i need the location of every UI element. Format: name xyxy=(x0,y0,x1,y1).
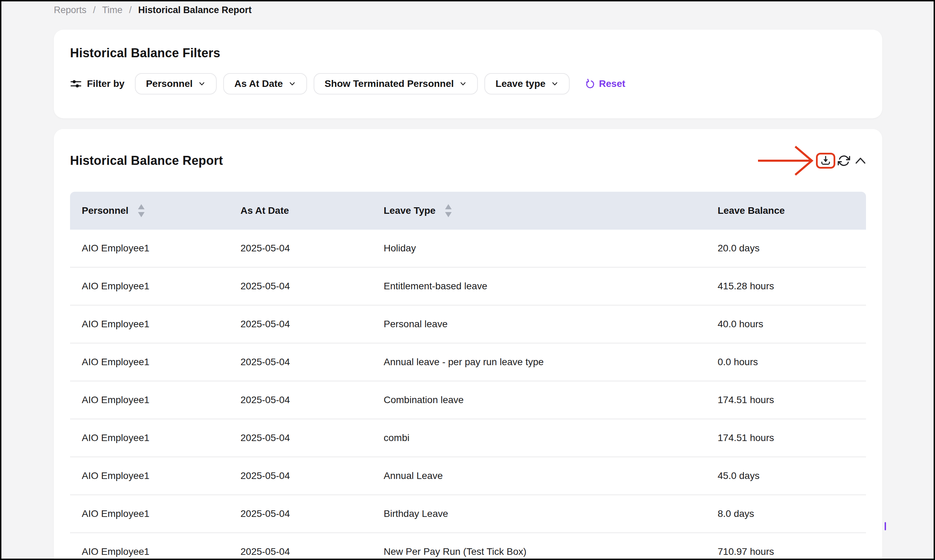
cell-as-at-date: 2025-05-04 xyxy=(229,533,372,560)
breadcrumb: Reports/Time/Historical Balance Report xyxy=(54,4,251,16)
filter-button-label: Leave type xyxy=(496,78,545,89)
cell-as-at-date: 2025-05-04 xyxy=(229,230,372,268)
filter-by: Filter by xyxy=(70,78,125,89)
column-header-leave-type[interactable]: Leave Type xyxy=(372,192,706,230)
cell-leave-type: combi xyxy=(372,419,706,457)
download-button[interactable] xyxy=(816,153,835,169)
cell-as-at-date: 2025-05-04 xyxy=(229,419,372,457)
cell-personnel: AIO Employee1 xyxy=(70,419,229,457)
cell-leave-type: Annual leave - per pay run leave type xyxy=(372,343,706,382)
report-header: Historical Balance Report xyxy=(70,129,866,177)
cell-leave-balance: 45.0 days xyxy=(706,457,866,495)
reset-button[interactable]: Reset xyxy=(584,78,625,89)
cell-leave-type: Personal leave xyxy=(372,306,706,343)
filter-button-personnel[interactable]: Personnel xyxy=(135,73,217,94)
column-header-label: Leave Balance xyxy=(718,205,785,216)
cell-leave-type: Holiday xyxy=(372,230,706,268)
cell-leave-type: Entitlement-based leave xyxy=(372,268,706,306)
cell-leave-balance: 0.0 hours xyxy=(706,343,866,382)
sort-icon[interactable] xyxy=(137,204,145,218)
table-row: AIO Employee1 2025-05-04 Holiday 20.0 da… xyxy=(70,230,866,268)
cell-leave-type: Annual Leave xyxy=(372,457,706,495)
column-header-label: As At Date xyxy=(240,205,289,216)
cell-as-at-date: 2025-05-04 xyxy=(229,457,372,495)
cell-leave-balance: 20.0 days xyxy=(706,230,866,268)
annotation-arrow xyxy=(757,145,815,177)
cell-personnel: AIO Employee1 xyxy=(70,268,229,306)
report-card-title: Historical Balance Report xyxy=(70,153,223,168)
cell-as-at-date: 2025-05-04 xyxy=(229,343,372,382)
refresh-button[interactable] xyxy=(838,154,850,167)
cell-personnel: AIO Employee1 xyxy=(70,495,229,533)
cell-as-at-date: 2025-05-04 xyxy=(229,268,372,306)
filters-card-title: Historical Balance Filters xyxy=(70,30,866,61)
refresh-icon xyxy=(838,154,850,167)
reset-label: Reset xyxy=(599,78,625,89)
table-row: AIO Employee1 2025-05-04 Personal leave … xyxy=(70,306,866,343)
column-header-label: Personnel xyxy=(82,205,128,216)
column-header-leave-balance[interactable]: Leave Balance xyxy=(706,192,866,230)
chevron-up-icon xyxy=(855,156,866,165)
cell-leave-type: Combination leave xyxy=(372,382,706,419)
table-row: AIO Employee1 2025-05-04 Annual Leave 45… xyxy=(70,457,866,495)
cell-personnel: AIO Employee1 xyxy=(70,306,229,343)
cell-as-at-date: 2025-05-04 xyxy=(229,306,372,343)
table-body: AIO Employee1 2025-05-04 Holiday 20.0 da… xyxy=(70,230,866,560)
chevron-down-icon xyxy=(198,80,206,88)
collapse-button[interactable] xyxy=(855,156,866,165)
cell-leave-balance: 710.97 hours xyxy=(706,533,866,560)
cell-leave-balance: 40.0 hours xyxy=(706,306,866,343)
cell-as-at-date: 2025-05-04 xyxy=(229,495,372,533)
table-row: AIO Employee1 2025-05-04 Annual leave - … xyxy=(70,343,866,382)
cell-leave-balance: 415.28 hours xyxy=(706,268,866,306)
filter-button-show-terminated-personnel[interactable]: Show Terminated Personnel xyxy=(314,73,478,94)
table-row: AIO Employee1 2025-05-04 New Per Pay Run… xyxy=(70,533,866,560)
cell-personnel: AIO Employee1 xyxy=(70,533,229,560)
table-row: AIO Employee1 2025-05-04 Entitlement-bas… xyxy=(70,268,866,306)
cell-leave-balance: 174.51 hours xyxy=(706,382,866,419)
cell-personnel: AIO Employee1 xyxy=(70,343,229,382)
chevron-down-icon xyxy=(551,80,559,88)
download-icon xyxy=(820,155,832,166)
filter-button-label: Personnel xyxy=(146,78,193,89)
column-header-as-at-date[interactable]: As At Date xyxy=(229,192,372,230)
filter-button-as-at-date[interactable]: As At Date xyxy=(223,73,307,94)
breadcrumb-separator: / xyxy=(129,4,132,16)
cell-personnel: AIO Employee1 xyxy=(70,457,229,495)
filter-button-label: As At Date xyxy=(234,78,283,89)
filter-button-leave-type[interactable]: Leave type xyxy=(484,73,570,94)
filter-button-label: Show Terminated Personnel xyxy=(325,78,454,89)
chevron-down-icon xyxy=(288,80,296,88)
reset-icon xyxy=(584,78,595,89)
page: { "breadcrumb": { "separator": "/", "ite… xyxy=(0,0,935,560)
historical-balance-table: Personnel As At Date Leave Type Leave Ba… xyxy=(70,192,866,560)
breadcrumb-item-historical-balance-report: Historical Balance Report xyxy=(139,4,252,16)
breadcrumb-item-reports[interactable]: Reports xyxy=(54,4,86,16)
filter-buttons: Personnel As At Date Show Terminated Per… xyxy=(135,73,570,94)
filter-row: Filter by Personnel As At Date Show Term… xyxy=(70,73,866,94)
table-row: AIO Employee1 2025-05-04 Birthday Leave … xyxy=(70,495,866,533)
sliders-icon xyxy=(70,78,82,89)
breadcrumb-item-time[interactable]: Time xyxy=(102,4,122,16)
filters-card: Historical Balance Filters Filter by Per… xyxy=(54,30,882,118)
table-row: AIO Employee1 2025-05-04 combi 174.51 ho… xyxy=(70,419,866,457)
cell-personnel: AIO Employee1 xyxy=(70,230,229,268)
column-header-label: Leave Type xyxy=(384,205,435,216)
sort-icon[interactable] xyxy=(444,204,452,218)
report-card: Historical Balance Report xyxy=(54,129,882,560)
floating-widget-edge xyxy=(885,522,886,530)
chevron-down-icon xyxy=(459,80,467,88)
cell-leave-balance: 174.51 hours xyxy=(706,419,866,457)
column-header-personnel[interactable]: Personnel xyxy=(70,192,229,230)
filter-by-label: Filter by xyxy=(87,78,125,89)
report-toolbar xyxy=(757,145,866,177)
cell-leave-type: Birthday Leave xyxy=(372,495,706,533)
cell-personnel: AIO Employee1 xyxy=(70,382,229,419)
cell-as-at-date: 2025-05-04 xyxy=(229,382,372,419)
cell-leave-type: New Per Pay Run (Test Tick Box) xyxy=(372,533,706,560)
breadcrumb-separator: / xyxy=(93,4,96,16)
cell-leave-balance: 8.0 days xyxy=(706,495,866,533)
table-header-row: Personnel As At Date Leave Type Leave Ba… xyxy=(70,192,866,230)
table-row: AIO Employee1 2025-05-04 Combination lea… xyxy=(70,382,866,419)
